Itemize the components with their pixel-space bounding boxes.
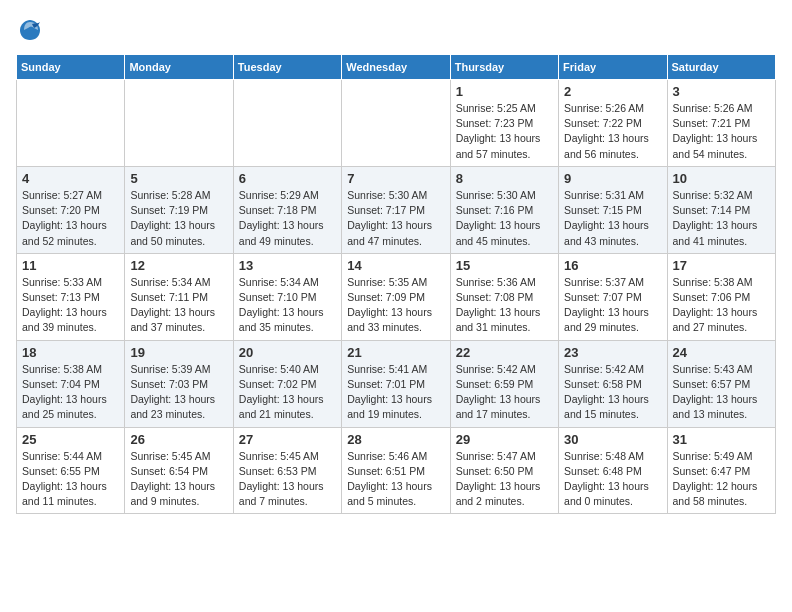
calendar-cell: 12Sunrise: 5:34 AM Sunset: 7:11 PM Dayli… bbox=[125, 253, 233, 340]
calendar-cell: 2Sunrise: 5:26 AM Sunset: 7:22 PM Daylig… bbox=[559, 80, 667, 167]
day-info: Sunrise: 5:45 AM Sunset: 6:54 PM Dayligh… bbox=[130, 449, 227, 510]
calendar-cell: 5Sunrise: 5:28 AM Sunset: 7:19 PM Daylig… bbox=[125, 166, 233, 253]
day-number: 25 bbox=[22, 432, 119, 447]
day-number: 20 bbox=[239, 345, 336, 360]
day-info: Sunrise: 5:26 AM Sunset: 7:22 PM Dayligh… bbox=[564, 101, 661, 162]
day-info: Sunrise: 5:38 AM Sunset: 7:06 PM Dayligh… bbox=[673, 275, 770, 336]
calendar-cell: 7Sunrise: 5:30 AM Sunset: 7:17 PM Daylig… bbox=[342, 166, 450, 253]
day-info: Sunrise: 5:38 AM Sunset: 7:04 PM Dayligh… bbox=[22, 362, 119, 423]
day-number: 26 bbox=[130, 432, 227, 447]
day-info: Sunrise: 5:42 AM Sunset: 6:59 PM Dayligh… bbox=[456, 362, 553, 423]
calendar-cell bbox=[17, 80, 125, 167]
calendar-header-saturday: Saturday bbox=[667, 55, 775, 80]
calendar-cell: 24Sunrise: 5:43 AM Sunset: 6:57 PM Dayli… bbox=[667, 340, 775, 427]
day-number: 31 bbox=[673, 432, 770, 447]
day-info: Sunrise: 5:41 AM Sunset: 7:01 PM Dayligh… bbox=[347, 362, 444, 423]
calendar-week-1: 1Sunrise: 5:25 AM Sunset: 7:23 PM Daylig… bbox=[17, 80, 776, 167]
day-number: 12 bbox=[130, 258, 227, 273]
calendar-cell: 9Sunrise: 5:31 AM Sunset: 7:15 PM Daylig… bbox=[559, 166, 667, 253]
day-info: Sunrise: 5:33 AM Sunset: 7:13 PM Dayligh… bbox=[22, 275, 119, 336]
calendar-cell: 31Sunrise: 5:49 AM Sunset: 6:47 PM Dayli… bbox=[667, 427, 775, 514]
day-number: 8 bbox=[456, 171, 553, 186]
calendar-header-row: SundayMondayTuesdayWednesdayThursdayFrid… bbox=[17, 55, 776, 80]
calendar-cell bbox=[342, 80, 450, 167]
day-number: 23 bbox=[564, 345, 661, 360]
calendar-cell: 22Sunrise: 5:42 AM Sunset: 6:59 PM Dayli… bbox=[450, 340, 558, 427]
day-number: 21 bbox=[347, 345, 444, 360]
day-info: Sunrise: 5:34 AM Sunset: 7:11 PM Dayligh… bbox=[130, 275, 227, 336]
calendar-cell: 19Sunrise: 5:39 AM Sunset: 7:03 PM Dayli… bbox=[125, 340, 233, 427]
day-number: 1 bbox=[456, 84, 553, 99]
calendar-header-sunday: Sunday bbox=[17, 55, 125, 80]
calendar-cell: 16Sunrise: 5:37 AM Sunset: 7:07 PM Dayli… bbox=[559, 253, 667, 340]
day-number: 29 bbox=[456, 432, 553, 447]
day-info: Sunrise: 5:34 AM Sunset: 7:10 PM Dayligh… bbox=[239, 275, 336, 336]
day-number: 4 bbox=[22, 171, 119, 186]
logo-bird-icon bbox=[16, 16, 44, 44]
calendar-cell: 14Sunrise: 5:35 AM Sunset: 7:09 PM Dayli… bbox=[342, 253, 450, 340]
calendar-cell: 13Sunrise: 5:34 AM Sunset: 7:10 PM Dayli… bbox=[233, 253, 341, 340]
calendar-cell: 4Sunrise: 5:27 AM Sunset: 7:20 PM Daylig… bbox=[17, 166, 125, 253]
day-number: 5 bbox=[130, 171, 227, 186]
day-info: Sunrise: 5:27 AM Sunset: 7:20 PM Dayligh… bbox=[22, 188, 119, 249]
calendar-header-tuesday: Tuesday bbox=[233, 55, 341, 80]
day-info: Sunrise: 5:25 AM Sunset: 7:23 PM Dayligh… bbox=[456, 101, 553, 162]
day-info: Sunrise: 5:35 AM Sunset: 7:09 PM Dayligh… bbox=[347, 275, 444, 336]
day-info: Sunrise: 5:26 AM Sunset: 7:21 PM Dayligh… bbox=[673, 101, 770, 162]
day-info: Sunrise: 5:28 AM Sunset: 7:19 PM Dayligh… bbox=[130, 188, 227, 249]
day-info: Sunrise: 5:32 AM Sunset: 7:14 PM Dayligh… bbox=[673, 188, 770, 249]
day-info: Sunrise: 5:49 AM Sunset: 6:47 PM Dayligh… bbox=[673, 449, 770, 510]
day-info: Sunrise: 5:30 AM Sunset: 7:16 PM Dayligh… bbox=[456, 188, 553, 249]
calendar-cell: 29Sunrise: 5:47 AM Sunset: 6:50 PM Dayli… bbox=[450, 427, 558, 514]
day-info: Sunrise: 5:31 AM Sunset: 7:15 PM Dayligh… bbox=[564, 188, 661, 249]
day-number: 10 bbox=[673, 171, 770, 186]
calendar-week-5: 25Sunrise: 5:44 AM Sunset: 6:55 PM Dayli… bbox=[17, 427, 776, 514]
day-info: Sunrise: 5:37 AM Sunset: 7:07 PM Dayligh… bbox=[564, 275, 661, 336]
day-number: 24 bbox=[673, 345, 770, 360]
day-info: Sunrise: 5:30 AM Sunset: 7:17 PM Dayligh… bbox=[347, 188, 444, 249]
logo bbox=[16, 16, 48, 44]
calendar-cell: 11Sunrise: 5:33 AM Sunset: 7:13 PM Dayli… bbox=[17, 253, 125, 340]
day-number: 6 bbox=[239, 171, 336, 186]
day-number: 22 bbox=[456, 345, 553, 360]
calendar-cell: 3Sunrise: 5:26 AM Sunset: 7:21 PM Daylig… bbox=[667, 80, 775, 167]
calendar-cell: 30Sunrise: 5:48 AM Sunset: 6:48 PM Dayli… bbox=[559, 427, 667, 514]
calendar-cell: 27Sunrise: 5:45 AM Sunset: 6:53 PM Dayli… bbox=[233, 427, 341, 514]
calendar-cell: 6Sunrise: 5:29 AM Sunset: 7:18 PM Daylig… bbox=[233, 166, 341, 253]
calendar-cell: 25Sunrise: 5:44 AM Sunset: 6:55 PM Dayli… bbox=[17, 427, 125, 514]
day-info: Sunrise: 5:39 AM Sunset: 7:03 PM Dayligh… bbox=[130, 362, 227, 423]
calendar-cell: 18Sunrise: 5:38 AM Sunset: 7:04 PM Dayli… bbox=[17, 340, 125, 427]
calendar-cell bbox=[233, 80, 341, 167]
day-info: Sunrise: 5:36 AM Sunset: 7:08 PM Dayligh… bbox=[456, 275, 553, 336]
calendar-header-monday: Monday bbox=[125, 55, 233, 80]
day-info: Sunrise: 5:47 AM Sunset: 6:50 PM Dayligh… bbox=[456, 449, 553, 510]
calendar-cell: 23Sunrise: 5:42 AM Sunset: 6:58 PM Dayli… bbox=[559, 340, 667, 427]
day-number: 18 bbox=[22, 345, 119, 360]
calendar-cell bbox=[125, 80, 233, 167]
day-info: Sunrise: 5:42 AM Sunset: 6:58 PM Dayligh… bbox=[564, 362, 661, 423]
day-info: Sunrise: 5:29 AM Sunset: 7:18 PM Dayligh… bbox=[239, 188, 336, 249]
calendar-week-4: 18Sunrise: 5:38 AM Sunset: 7:04 PM Dayli… bbox=[17, 340, 776, 427]
day-number: 17 bbox=[673, 258, 770, 273]
calendar-week-2: 4Sunrise: 5:27 AM Sunset: 7:20 PM Daylig… bbox=[17, 166, 776, 253]
calendar-header-friday: Friday bbox=[559, 55, 667, 80]
day-number: 16 bbox=[564, 258, 661, 273]
day-number: 28 bbox=[347, 432, 444, 447]
day-number: 9 bbox=[564, 171, 661, 186]
day-number: 3 bbox=[673, 84, 770, 99]
calendar-cell: 15Sunrise: 5:36 AM Sunset: 7:08 PM Dayli… bbox=[450, 253, 558, 340]
calendar-cell: 10Sunrise: 5:32 AM Sunset: 7:14 PM Dayli… bbox=[667, 166, 775, 253]
day-number: 13 bbox=[239, 258, 336, 273]
calendar-cell: 8Sunrise: 5:30 AM Sunset: 7:16 PM Daylig… bbox=[450, 166, 558, 253]
day-info: Sunrise: 5:44 AM Sunset: 6:55 PM Dayligh… bbox=[22, 449, 119, 510]
header bbox=[16, 16, 776, 44]
day-info: Sunrise: 5:45 AM Sunset: 6:53 PM Dayligh… bbox=[239, 449, 336, 510]
day-number: 7 bbox=[347, 171, 444, 186]
calendar-cell: 17Sunrise: 5:38 AM Sunset: 7:06 PM Dayli… bbox=[667, 253, 775, 340]
day-number: 14 bbox=[347, 258, 444, 273]
calendar-cell: 28Sunrise: 5:46 AM Sunset: 6:51 PM Dayli… bbox=[342, 427, 450, 514]
calendar-cell: 20Sunrise: 5:40 AM Sunset: 7:02 PM Dayli… bbox=[233, 340, 341, 427]
day-number: 2 bbox=[564, 84, 661, 99]
day-number: 11 bbox=[22, 258, 119, 273]
day-number: 27 bbox=[239, 432, 336, 447]
